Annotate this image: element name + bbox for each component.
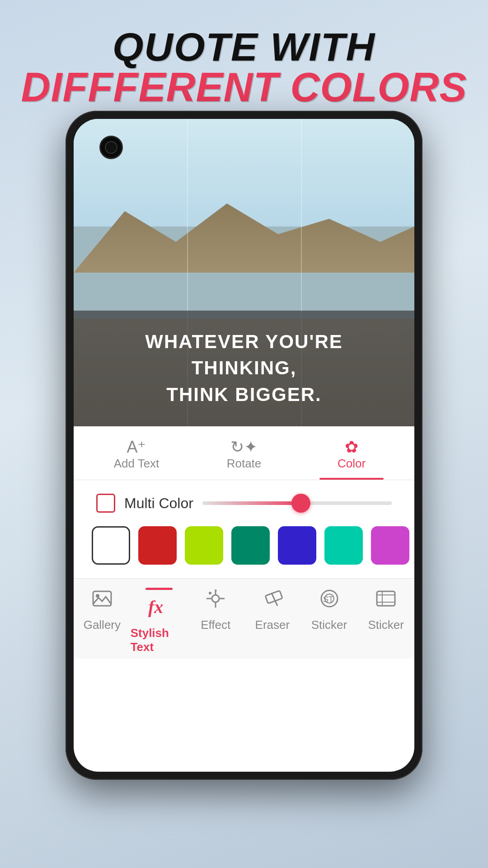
color-slider-track[interactable] xyxy=(202,501,392,505)
nav-item-sticker2[interactable]: Sticker xyxy=(357,588,414,654)
gallery-label: Gallery xyxy=(84,618,121,632)
effect-icon xyxy=(205,588,226,614)
svg-rect-0 xyxy=(93,591,111,606)
swatch-teal[interactable] xyxy=(231,526,270,565)
swatch-indigo[interactable] xyxy=(278,526,316,565)
photo-area: WHATEVER YOU'RE THINKING, THINK BIGGER. xyxy=(74,119,414,426)
phone-body: WHATEVER YOU'RE THINKING, THINK BIGGER. … xyxy=(66,111,422,780)
stylish-text-icon: fx xyxy=(147,596,171,623)
nav-item-gallery[interactable]: Gallery xyxy=(74,588,131,654)
tab-add-text[interactable]: A⁺ Add Text xyxy=(83,426,190,480)
color-swatches xyxy=(74,522,414,578)
swatch-lime[interactable] xyxy=(185,526,223,565)
header-section: QUOTE WITH DIFFFERENT COLORS xyxy=(0,0,488,121)
svg-point-8 xyxy=(209,592,211,594)
color-slider-thumb[interactable] xyxy=(291,494,310,513)
add-text-icon: A⁺ xyxy=(127,438,146,456)
color-icon: ✿ xyxy=(345,438,358,456)
sticker-label: Sticker xyxy=(311,618,347,632)
swatch-red[interactable] xyxy=(138,526,177,565)
multi-color-checkbox[interactable] xyxy=(96,494,115,513)
tab-rotate[interactable]: ↻✦ Rotate xyxy=(190,426,298,480)
svg-rect-15 xyxy=(377,591,395,606)
quote-overlay: WHATEVER YOU'RE THINKING, THINK BIGGER. xyxy=(74,311,414,426)
camera-lens xyxy=(105,141,117,154)
multi-color-section: Multi Color xyxy=(74,480,414,522)
nav-item-eraser[interactable]: Eraser xyxy=(244,588,301,654)
header-line2: DIFFFERENT COLORS xyxy=(18,67,470,108)
sticker-icon: ST xyxy=(319,588,340,614)
tab-bar: A⁺ Add Text ↻✦ Rotate ✿ Color xyxy=(74,426,414,480)
stylish-text-label: Stylish Text xyxy=(131,626,188,654)
bottom-nav: Gallery fx Stylish Text xyxy=(74,578,414,659)
effect-label: Effect xyxy=(201,618,230,632)
swatch-magenta[interactable] xyxy=(371,526,409,565)
nav-item-effect[interactable]: Effect xyxy=(187,588,244,654)
svg-text:fx: fx xyxy=(148,597,163,617)
rotate-icon: ↻✦ xyxy=(230,438,258,456)
active-indicator xyxy=(145,588,173,590)
nav-item-stylish-text[interactable]: fx Stylish Text xyxy=(131,588,188,654)
header-line1: QUOTE WITH xyxy=(18,27,470,67)
sky-background xyxy=(74,119,414,226)
eraser-label: Eraser xyxy=(255,618,290,632)
nav-item-sticker[interactable]: ST Sticker xyxy=(301,588,358,654)
camera-hole xyxy=(99,136,123,159)
tab-color[interactable]: ✿ Color xyxy=(298,426,405,480)
phone-screen: WHATEVER YOU'RE THINKING, THINK BIGGER. … xyxy=(74,119,414,772)
multi-color-label: Multi Color xyxy=(124,495,193,512)
controls-panel: A⁺ Add Text ↻✦ Rotate ✿ Color Multi xyxy=(74,426,414,578)
swatch-white[interactable] xyxy=(92,526,130,565)
phone-mockup: WHATEVER YOU'RE THINKING, THINK BIGGER. … xyxy=(66,111,422,780)
swatch-cyan[interactable] xyxy=(324,526,363,565)
eraser-icon xyxy=(262,588,283,614)
sticker2-icon xyxy=(375,588,397,614)
svg-line-11 xyxy=(272,593,277,606)
gallery-icon xyxy=(91,588,113,614)
quote-text: WHATEVER YOU'RE THINKING, THINK BIGGER. xyxy=(96,329,392,408)
svg-point-7 xyxy=(212,595,219,602)
sticker2-label: Sticker xyxy=(368,618,404,632)
